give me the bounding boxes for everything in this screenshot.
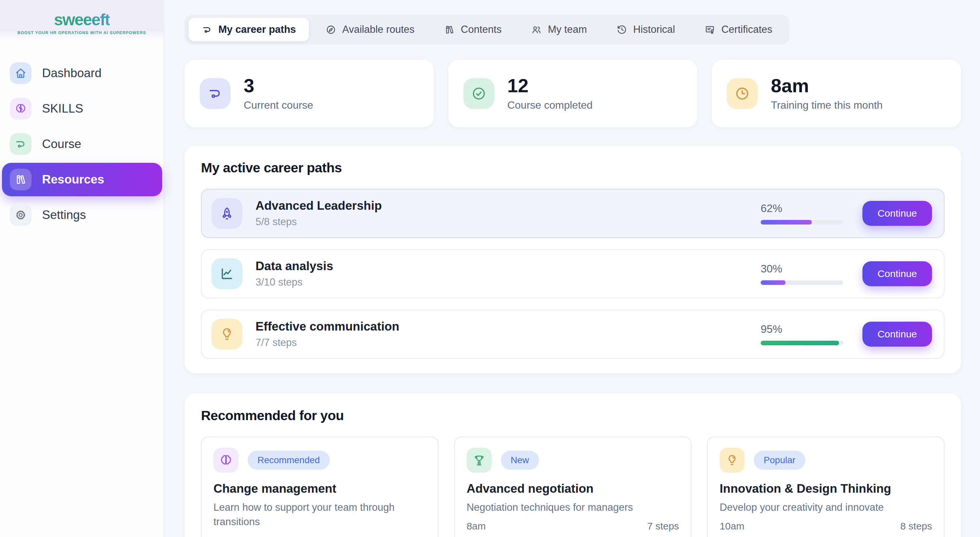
- recommended-card-innovation-design-thinking[interactable]: Popular Innovation & Design Thinking Dev…: [707, 437, 945, 537]
- path-steps: 3/10 steps: [256, 276, 760, 288]
- brain-icon: [10, 98, 32, 119]
- card-time: 8am: [467, 521, 486, 532]
- stat-value: 3: [244, 76, 313, 96]
- stat-label: Course completed: [508, 99, 593, 111]
- sidebar-item-label: Course: [42, 137, 81, 151]
- path-title: Advanced Leadership: [256, 199, 760, 213]
- tab-available-routes[interactable]: Available routes: [312, 18, 428, 41]
- brain-icon: [213, 448, 239, 473]
- section-title: My active career paths: [201, 160, 945, 176]
- books-icon: [444, 24, 455, 35]
- route-icon: [10, 133, 32, 155]
- status-badge: Recommended: [248, 451, 330, 470]
- trophy-icon: [467, 448, 492, 473]
- recommended-card-advanced-negotiation[interactable]: New Advanced negotiation Negotiation tec…: [454, 437, 692, 537]
- books-icon: [10, 169, 32, 191]
- tab-certificates[interactable]: Certificates: [691, 18, 785, 41]
- career-path-row-advanced-leadership[interactable]: Advanced Leadership 5/8 steps 62% Contin…: [201, 189, 945, 238]
- progress-bar: [760, 220, 843, 224]
- main-content: My career paths Available routes Content…: [164, 0, 980, 537]
- bulb-icon: [719, 448, 745, 473]
- recommended-panel: Recommended for you Recommended Change m…: [185, 394, 961, 537]
- career-path-row-data-analysis[interactable]: Data analysis 3/10 steps 30% Continue: [201, 249, 945, 299]
- sidebar-item-resources[interactable]: Resources: [2, 163, 162, 196]
- rocket-icon: [212, 198, 242, 229]
- career-path-row-effective-communication[interactable]: Effective communication 7/7 steps 95% Co…: [201, 310, 945, 359]
- users-icon: [531, 24, 542, 35]
- clock-icon: [727, 78, 758, 109]
- stat-value: 12: [508, 76, 593, 96]
- stat-card-training-time: 8am Training time this month: [712, 60, 961, 127]
- check-circle-icon: [463, 78, 494, 109]
- sidebar-item-label: SKILLS: [42, 102, 83, 116]
- sidebar-item-dashboard[interactable]: Dashboard: [10, 62, 155, 84]
- card-steps: 8 steps: [900, 521, 932, 532]
- progress-percent: 30%: [760, 262, 843, 275]
- gear-icon: [10, 204, 32, 226]
- card-time: 10am: [719, 521, 744, 532]
- sidebar-item-settings[interactable]: Settings: [10, 204, 155, 226]
- status-badge: Popular: [754, 451, 805, 470]
- continue-button[interactable]: Continue: [862, 201, 932, 226]
- career-paths-panel: My active career paths Advanced Leadersh…: [185, 146, 961, 373]
- tab-historical[interactable]: Historical: [603, 18, 688, 41]
- sidebar-nav: Dashboard SKILLS Cours: [0, 41, 164, 226]
- progress-fill: [760, 280, 786, 285]
- sidebar-item-label: Resources: [42, 173, 104, 186]
- path-title: Effective communication: [256, 320, 760, 334]
- tab-my-career-paths[interactable]: My career paths: [189, 18, 309, 41]
- progress-bar: [760, 280, 843, 285]
- route-icon: [200, 78, 231, 109]
- stat-value: 8am: [771, 76, 883, 96]
- tab-contents[interactable]: Contents: [431, 18, 515, 41]
- app-root: sweeeft BOOST YOUR HR OPERATIONS WITH AI…: [0, 0, 980, 537]
- progress-fill: [760, 220, 812, 224]
- stat-card-current-course: 3 Current course: [185, 60, 434, 127]
- tab-my-team[interactable]: My team: [518, 18, 600, 41]
- progress-percent: 62%: [760, 202, 843, 214]
- card-title: Innovation & Design Thinking: [719, 482, 932, 496]
- continue-button[interactable]: Continue: [862, 322, 932, 346]
- sidebar-item-course[interactable]: Course: [10, 133, 155, 155]
- sidebar-item-label: Settings: [42, 208, 86, 222]
- status-badge: New: [501, 451, 539, 470]
- card-title: Change management: [213, 482, 426, 496]
- brand-name: sweeeft: [54, 10, 109, 29]
- progress-percent: 95%: [760, 323, 843, 335]
- brand-tagline: BOOST YOUR HR OPERATIONS WITH AI SUPERPO…: [18, 30, 146, 35]
- card-title: Advanced negotiation: [467, 482, 679, 496]
- sidebar: sweeeft BOOST YOUR HR OPERATIONS WITH AI…: [0, 0, 164, 537]
- card-description: Develop your creativity and innovate: [719, 500, 932, 515]
- sidebar-item-skills[interactable]: SKILLS: [10, 98, 155, 119]
- progress-bar: [760, 341, 843, 345]
- sidebar-item-label: Dashboard: [42, 66, 102, 80]
- path-steps: 5/8 steps: [256, 216, 760, 228]
- path-steps: 7/7 steps: [256, 337, 760, 349]
- card-steps: 7 steps: [648, 521, 679, 532]
- history-icon: [616, 24, 627, 35]
- tab-bar: My career paths Available routes Content…: [185, 14, 789, 44]
- card-description: Learn how to support your team through t…: [213, 500, 426, 529]
- stat-card-course-completed: 12 Course completed: [448, 60, 698, 127]
- bulb-icon: [212, 319, 242, 350]
- recommended-card-change-management[interactable]: Recommended Change management Learn how …: [201, 437, 438, 537]
- stats-row: 3 Current course 12 Course completed 8: [185, 60, 961, 127]
- continue-button[interactable]: Continue: [862, 261, 932, 286]
- certificate-icon: [705, 24, 715, 35]
- stat-label: Current course: [244, 99, 313, 111]
- card-description: Negotiation techniques for managers: [467, 500, 679, 515]
- path-title: Data analysis: [256, 259, 760, 273]
- compass-icon: [326, 24, 336, 35]
- stat-label: Training time this month: [771, 99, 883, 111]
- progress-fill: [760, 341, 839, 345]
- logo[interactable]: sweeeft BOOST YOUR HR OPERATIONS WITH AI…: [0, 0, 164, 41]
- section-title: Recommended for you: [201, 408, 945, 423]
- chart-icon: [212, 258, 242, 289]
- route-icon: [202, 24, 213, 35]
- home-icon: [10, 62, 32, 84]
